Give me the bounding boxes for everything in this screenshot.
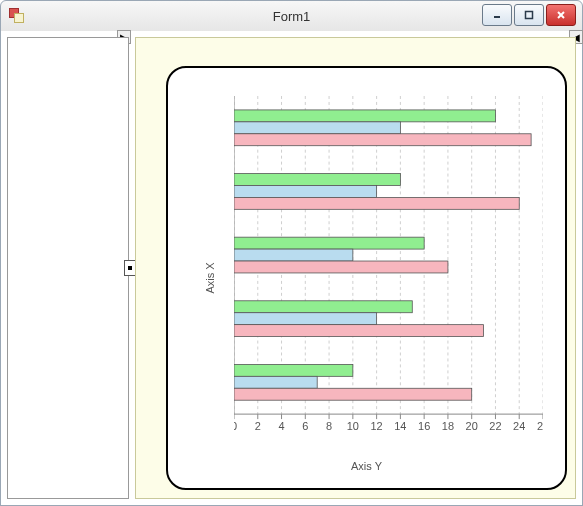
bar-Series1-5 <box>234 110 495 122</box>
x-axis-label: Axis Y <box>168 460 565 472</box>
bar-Series2-2 <box>234 313 377 325</box>
titlebar[interactable]: Form1 <box>0 0 583 32</box>
plot-area: 0246810121416182022242654321 <box>234 96 543 434</box>
bar-Series3-4 <box>234 197 519 209</box>
y-axis-label: Axis X <box>204 262 216 293</box>
bar-Series3-5 <box>234 134 531 146</box>
window-buttons <box>482 4 576 26</box>
bar-Series1-2 <box>234 301 412 313</box>
svg-text:26: 26 <box>537 420 543 432</box>
svg-text:0: 0 <box>234 420 237 432</box>
chart-panel: Axis X 0246810121416182022242654321 Axis… <box>135 37 576 499</box>
svg-text:20: 20 <box>466 420 478 432</box>
left-panel <box>7 37 129 499</box>
svg-text:22: 22 <box>489 420 501 432</box>
svg-text:10: 10 <box>347 420 359 432</box>
minimize-button[interactable] <box>482 4 512 26</box>
maximize-button[interactable] <box>514 4 544 26</box>
svg-text:8: 8 <box>326 420 332 432</box>
bar-Series1-3 <box>234 237 424 249</box>
window: Form1 ▶ ◀ Axis X 02468 <box>0 0 583 506</box>
svg-text:14: 14 <box>394 420 406 432</box>
bar-Series3-2 <box>234 325 484 337</box>
svg-text:18: 18 <box>442 420 454 432</box>
bar-Series3-3 <box>234 261 448 273</box>
close-button[interactable] <box>546 4 576 26</box>
chart-frame: Axis X 0246810121416182022242654321 Axis… <box>166 66 567 490</box>
bar-Series2-4 <box>234 185 377 197</box>
bar-Series1-4 <box>234 174 400 186</box>
svg-text:12: 12 <box>371 420 383 432</box>
svg-rect-1 <box>526 12 533 19</box>
bar-Series1-1 <box>234 364 353 376</box>
svg-text:24: 24 <box>513 420 525 432</box>
bar-Series3-1 <box>234 388 472 400</box>
svg-text:6: 6 <box>302 420 308 432</box>
svg-text:4: 4 <box>278 420 284 432</box>
bar-Series2-3 <box>234 249 353 261</box>
svg-text:2: 2 <box>255 420 261 432</box>
bar-Series2-1 <box>234 376 317 388</box>
bar-Series2-5 <box>234 122 400 134</box>
svg-text:16: 16 <box>418 420 430 432</box>
client-area: ▶ ◀ Axis X 0246810121416182022242654321 … <box>0 31 583 506</box>
